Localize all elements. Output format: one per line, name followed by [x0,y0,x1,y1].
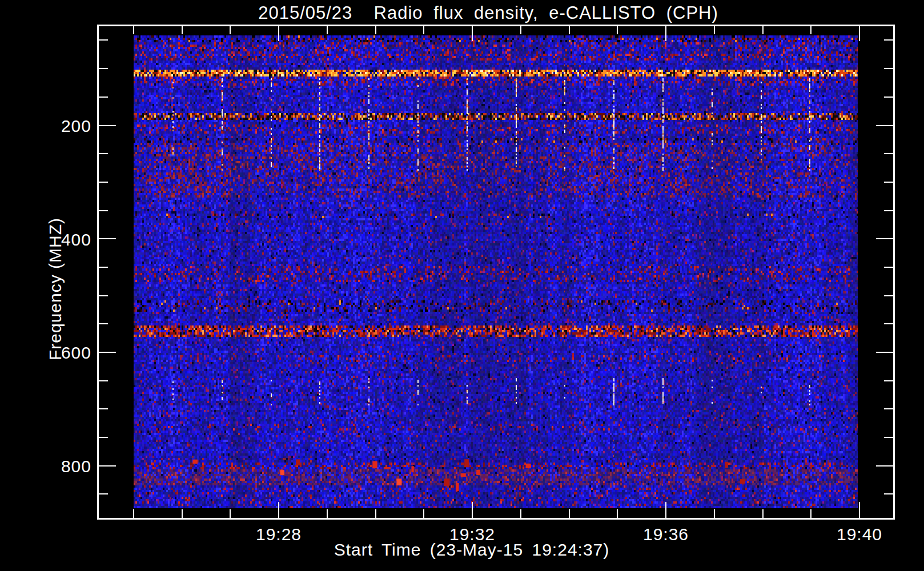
x-axis-top-major-tick [665,26,666,41]
x-axis-minor-tick [133,509,134,518]
x-tick-label-1928: 19:28 [236,525,322,544]
x-axis-top-minor-tick [617,26,618,34]
x-axis-minor-tick [569,509,570,518]
y-axis-minor-tick [99,408,108,409]
y-axis-right-minor-tick [884,323,893,324]
x-axis-major-tick [278,502,279,518]
y-axis-right-minor-tick [884,182,893,183]
y-axis-right-minor-tick [884,96,893,98]
chart-title: 2015/05/23 Radio flux density, e-CALLIST… [223,3,754,23]
x-axis-top-minor-tick [762,26,764,34]
x-axis-minor-tick [762,509,764,518]
y-axis-minor-tick [99,96,108,98]
x-axis-title: Start Time (23-May-15 19:24:37) [323,540,620,560]
y-axis-major-tick [99,238,116,239]
x-tick-label-1940: 19:40 [817,525,902,544]
y-axis-right-minor-tick [884,39,893,41]
x-axis-top-minor-tick [182,26,183,34]
y-axis-right-minor-tick [884,437,893,438]
x-axis-minor-tick [617,509,618,518]
x-axis-minor-tick [230,509,231,518]
y-axis-minor-tick [99,68,108,69]
y-axis-minor-tick [99,295,108,296]
x-axis-top-minor-tick [569,26,570,34]
y-axis-minor-tick [99,267,108,268]
y-axis-minor-tick [99,210,108,211]
callisto-spectrogram-page: 2015/05/23 Radio flux density, e-CALLIST… [0,0,924,571]
spectrogram-canvas [134,35,858,508]
y-axis-major-tick [99,125,116,126]
y-axis-minor-tick [99,39,108,41]
x-axis-top-minor-tick [375,26,376,34]
x-axis-minor-tick [714,509,715,518]
x-axis-top-minor-tick [714,26,715,34]
x-axis-minor-tick [810,509,811,518]
x-axis-minor-tick [327,509,328,518]
y-axis-minor-tick [99,493,108,494]
y-axis-minor-tick [99,437,108,438]
y-axis-right-major-tick [876,125,893,126]
y-tick-label-200: 200 [49,116,91,136]
x-tick-label-1936: 19:36 [623,525,709,544]
y-axis-title: Frequency (MHZ) [46,218,65,360]
x-axis-minor-tick [375,509,376,518]
x-axis-top-minor-tick [423,26,424,34]
y-axis-right-major-tick [876,352,893,353]
y-axis-major-tick [99,465,116,467]
x-axis-major-tick [665,502,666,518]
x-axis-top-minor-tick [327,26,328,34]
y-axis-right-minor-tick [884,267,893,268]
y-tick-label-800: 800 [49,457,91,476]
x-axis-top-major-tick [278,26,279,41]
y-axis-minor-tick [99,323,108,324]
y-axis-right-major-tick [876,238,893,239]
x-axis-minor-tick [520,509,521,518]
y-axis-right-minor-tick [884,380,893,381]
x-axis-top-minor-tick [133,26,134,34]
y-axis-minor-tick [99,380,108,381]
y-axis-right-minor-tick [884,493,893,494]
y-axis-right-minor-tick [884,68,893,69]
y-axis-right-minor-tick [884,210,893,211]
y-axis-right-minor-tick [884,295,893,296]
x-axis-top-major-tick [472,26,473,41]
y-axis-minor-tick [99,182,108,183]
x-axis-major-tick [472,502,473,518]
y-axis-minor-tick [99,153,108,154]
x-axis-minor-tick [423,509,424,518]
y-axis-right-minor-tick [884,153,893,154]
x-axis-top-major-tick [859,26,860,41]
x-axis-major-tick [859,502,860,518]
x-axis-minor-tick [182,509,183,518]
y-axis-right-major-tick [876,465,893,467]
x-axis-top-minor-tick [230,26,231,34]
x-axis-top-minor-tick [810,26,811,34]
y-axis-major-tick [99,352,116,353]
x-axis-top-minor-tick [520,26,521,34]
y-axis-right-minor-tick [884,408,893,409]
